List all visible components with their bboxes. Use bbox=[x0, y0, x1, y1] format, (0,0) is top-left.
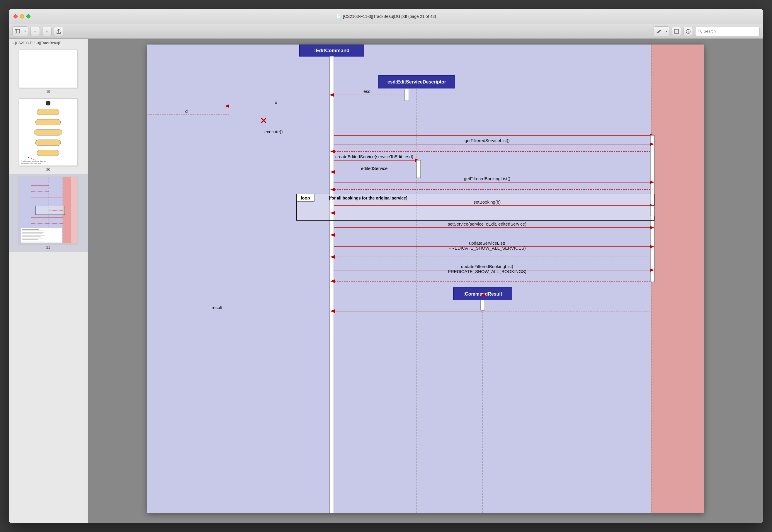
pen-chevron-button[interactable]: ▾ bbox=[663, 27, 669, 36]
sidebar-filename: [CS2103-F11-3][TrackBeau]D... bbox=[15, 41, 64, 45]
svg-text:loop: loop bbox=[301, 195, 310, 200]
zoom-out-icon: − bbox=[34, 29, 36, 34]
chevron-icon: ▾ bbox=[12, 42, 14, 45]
svg-rect-5 bbox=[674, 29, 679, 33]
svg-rect-81 bbox=[417, 160, 421, 178]
toolbar-right: ▾ i bbox=[654, 26, 760, 36]
svg-text:execute(): execute() bbox=[264, 129, 283, 134]
zoom-out-button[interactable]: − bbox=[30, 27, 40, 36]
zoom-in-icon: + bbox=[45, 29, 48, 34]
pdf-icon: 📄 bbox=[336, 14, 341, 19]
svg-text:getFilteredServiceList(): getFilteredServiceList() bbox=[465, 138, 510, 143]
minimize-button[interactable] bbox=[20, 14, 24, 18]
svg-rect-39 bbox=[22, 229, 39, 230]
svg-text:setService(serviceToEdit, edit: setService(serviceToEdit, editedService) bbox=[448, 221, 526, 226]
sidebar-page-20[interactable]: × The following sequence diagram shows w… bbox=[9, 96, 88, 174]
svg-text:getFilteredBookingList(): getFilteredBookingList() bbox=[464, 176, 510, 181]
svg-text::EditCommand: :EditCommand bbox=[314, 48, 350, 53]
search-input[interactable] bbox=[704, 29, 756, 33]
content-area[interactable]: :EditCommand esd:EditServiceDescriptor bbox=[88, 39, 763, 523]
svg-text:✕: ✕ bbox=[260, 116, 267, 125]
pen-group: ▾ bbox=[654, 26, 669, 36]
svg-text:[for all bookings for the orig: [for all bookings for the original servi… bbox=[329, 196, 408, 200]
svg-line-22 bbox=[28, 157, 35, 160]
page-21-number: 21 bbox=[46, 245, 50, 250]
search-icon bbox=[698, 29, 702, 33]
svg-text:esd: esd bbox=[363, 89, 370, 94]
pdf-viewer-window: 📄 [CS2103-F11-3][TrackBeau]DG.pdf (page … bbox=[9, 9, 763, 523]
svg-rect-40 bbox=[22, 231, 45, 231]
sidebar-page-19[interactable]: 19 bbox=[9, 47, 88, 96]
svg-text:editedService: editedService bbox=[361, 166, 388, 171]
sidebar-toggle-button[interactable] bbox=[13, 27, 22, 36]
zoom-in-button[interactable]: + bbox=[42, 27, 52, 36]
toolbar: ▾ − + ▾ bbox=[9, 24, 763, 39]
maximize-button[interactable] bbox=[26, 14, 30, 18]
svg-text:createEditedService(serviceToE: createEditedService(serviceToEdit, esd) bbox=[335, 154, 413, 159]
svg-rect-46 bbox=[22, 239, 38, 240]
sidebar-header: ▾ [CS2103-F11-3][TrackBeau]D... bbox=[9, 39, 88, 47]
svg-rect-45 bbox=[22, 238, 43, 238]
svg-text:PREDICATE_SHOW_ALL_BOOKINGS): PREDICATE_SHOW_ALL_BOOKINGS) bbox=[448, 269, 526, 274]
svg-rect-13 bbox=[34, 129, 62, 135]
pen-button[interactable] bbox=[654, 27, 663, 36]
svg-text:esd:EditServiceDescriptor: esd:EditServiceDescriptor bbox=[388, 79, 446, 84]
page-21-thumbnail bbox=[19, 176, 78, 244]
svg-rect-58 bbox=[330, 56, 334, 513]
svg-text:updateServiceList(: updateServiceList( bbox=[469, 241, 505, 245]
traffic-lights bbox=[13, 14, 30, 18]
titlebar: 📄 [CS2103-F11-3][TrackBeau]DG.pdf (page … bbox=[9, 9, 763, 24]
page-19-thumbnail bbox=[19, 50, 78, 88]
page-20-thumbnail: × The following sequence diagram shows w… bbox=[19, 98, 78, 166]
svg-point-8 bbox=[699, 30, 701, 32]
pdf-page: :EditCommand esd:EditServiceDescriptor bbox=[147, 45, 704, 513]
svg-rect-47 bbox=[22, 241, 45, 241]
svg-rect-44 bbox=[22, 236, 41, 237]
close-button[interactable] bbox=[13, 14, 18, 18]
svg-text:updateFilteredBookingList(: updateFilteredBookingList( bbox=[461, 264, 513, 269]
sidebar-page-21[interactable]: 21 bbox=[9, 174, 88, 252]
svg-rect-14 bbox=[35, 140, 61, 146]
main-content: ▾ [CS2103-F11-3][TrackBeau]D... 19 bbox=[9, 39, 763, 523]
svg-text:setBooking(b): setBooking(b) bbox=[474, 199, 501, 204]
svg-rect-97 bbox=[650, 206, 655, 216]
svg-rect-15 bbox=[37, 150, 59, 156]
page-19-number: 19 bbox=[46, 90, 50, 94]
markup-button[interactable] bbox=[672, 27, 681, 36]
svg-rect-41 bbox=[22, 232, 44, 233]
svg-text:The following sequence diagram: The following sequence diagram bbox=[21, 160, 46, 162]
search-box[interactable] bbox=[695, 27, 760, 36]
sidebar-toggle-group: ▾ bbox=[12, 26, 28, 36]
chevron-down-icon: ▾ bbox=[666, 30, 667, 33]
svg-text:shows when the user runs: shows when the user runs bbox=[21, 162, 41, 164]
svg-rect-48 bbox=[147, 45, 704, 513]
svg-line-9 bbox=[701, 32, 702, 33]
sidebar: ▾ [CS2103-F11-3][TrackBeau]D... 19 bbox=[9, 39, 88, 523]
svg-rect-120 bbox=[481, 300, 485, 310]
svg-rect-1 bbox=[15, 29, 20, 33]
svg-rect-49 bbox=[651, 45, 704, 513]
svg-point-10 bbox=[46, 101, 50, 105]
svg-rect-12 bbox=[35, 119, 61, 125]
info-button[interactable]: i bbox=[684, 27, 693, 36]
window-title: 📄 [CS2103-F11-3][TrackBeau]DG.pdf (page … bbox=[336, 14, 436, 19]
svg-rect-42 bbox=[22, 233, 42, 234]
svg-text:d: d bbox=[275, 100, 277, 105]
svg-text:result: result bbox=[212, 305, 223, 310]
share-button[interactable] bbox=[54, 27, 63, 36]
sequence-diagram-svg: :EditCommand esd:EditServiceDescriptor bbox=[147, 45, 704, 513]
svg-text:PREDICATE_SHOW_ALL_SERVICES): PREDICATE_SHOW_ALL_SERVICES) bbox=[449, 245, 526, 250]
svg-text:i: i bbox=[688, 30, 689, 33]
svg-text:d: d bbox=[185, 109, 187, 114]
svg-rect-0 bbox=[15, 29, 17, 33]
chevron-down-icon: ▾ bbox=[24, 30, 26, 33]
sidebar-chevron-button[interactable]: ▾ bbox=[22, 27, 28, 36]
page-20-number: 20 bbox=[46, 168, 50, 172]
svg-rect-11 bbox=[37, 109, 59, 115]
svg-rect-43 bbox=[22, 235, 45, 236]
